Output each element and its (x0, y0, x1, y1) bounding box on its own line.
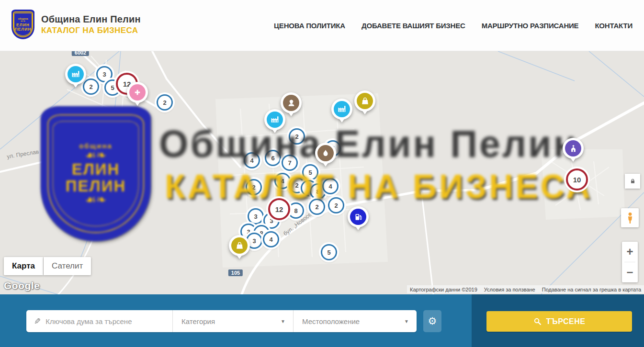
attribution-report-link[interactable]: Подаване на сигнал за грешка в картата (542, 287, 641, 292)
street-view-pegman[interactable] (621, 208, 639, 227)
category-select-value: Категория (181, 317, 215, 325)
search-button-label: ТЪРСЕНЕ (546, 317, 586, 326)
cluster-marker[interactable]: 5 (302, 164, 318, 180)
location-select-value: Местоположение (302, 317, 360, 325)
search-icon (533, 317, 542, 325)
zoom-out-button[interactable]: − (622, 262, 638, 282)
advanced-options-button[interactable]: ⚙ (423, 310, 441, 332)
site-subtitle: КАТАЛОГ НА БИЗНЕСА (41, 26, 141, 35)
cluster-marker[interactable]: 8 (288, 202, 304, 219)
cluster-marker[interactable]: 2 (289, 128, 305, 145)
bag-icon (231, 237, 248, 254)
crest-ornament: ☙❧ (21, 20, 25, 22)
cluster-marker[interactable]: 4 (322, 178, 339, 194)
worker-icon (283, 95, 299, 111)
plus-icon (129, 84, 146, 101)
map-type-map-button[interactable]: Карта (4, 257, 43, 275)
map-type-satellite-button[interactable]: Сателит (44, 257, 91, 275)
nav-item-add-business[interactable]: ДОБАВЕТЕ ВАШИЯТ БИЗНЕС (362, 22, 465, 30)
search-button[interactable]: ТЪРСЕНЕ (486, 311, 632, 332)
nav-item-contacts[interactable]: КОНТАКТИ (595, 22, 633, 30)
map-attribution: Картографски данни ©2019 Условия за полз… (407, 285, 644, 293)
cluster-marker[interactable]: 4 (274, 173, 291, 189)
zoom-in-button[interactable]: + (622, 242, 638, 262)
gear-icon: ⚙ (428, 315, 437, 327)
municipality-crest-icon: община ☙❧ ЕЛИН ПЕЛИН (11, 10, 34, 39)
bag-pin-marker[interactable] (354, 90, 375, 112)
factory-pin-marker[interactable] (331, 99, 352, 120)
bag-icon (357, 93, 373, 109)
site-logo[interactable]: община ☙❧ ЕЛИН ПЕЛИН Община Елин Пелин К… (11, 10, 141, 39)
map-canvas[interactable]: община ☙❧ ЕЛИН ПЕЛИН ☙❧ Община Елин Пели… (0, 51, 644, 294)
search-bar: ✎ Категория ▼ Местоположение ▼ ⚙ ТЪРСЕНЕ (0, 294, 644, 347)
cluster-marker[interactable]: 2 (309, 199, 325, 215)
pencil-icon: ✎ (34, 316, 41, 326)
factory-icon (334, 101, 350, 117)
cluster-marker[interactable]: 4 (263, 231, 279, 247)
cluster-marker[interactable]: 5 (321, 244, 337, 260)
header: община ☙❧ ЕЛИН ПЕЛИН Община Елин Пелин К… (0, 0, 644, 51)
bag-pin-marker[interactable] (229, 235, 250, 256)
factory-pin-marker[interactable] (264, 109, 285, 130)
location-select[interactable]: Местоположение ▼ (293, 310, 417, 332)
main-nav: ЦЕНОВА ПОЛИТИКА ДОБАВЕТЕ ВАШИЯТ БИЗНЕС М… (274, 0, 633, 51)
crest-name-2: ПЕЛИН (15, 27, 32, 32)
map-type-control: Карта Сателит (4, 257, 91, 275)
cluster-marker[interactable]: 12 (268, 198, 290, 220)
cluster-marker[interactable]: 2 (157, 94, 173, 111)
cluster-marker[interactable]: 10 (566, 168, 588, 190)
attribution-copyright: Картографски данни ©2019 (410, 287, 477, 292)
road-shield-label: 6002 (72, 51, 89, 56)
nav-item-pricing[interactable]: ЦЕНОВА ПОЛИТИКА (274, 22, 345, 30)
crest-name-1: ЕЛИН (16, 23, 30, 27)
factory-icon (68, 66, 84, 82)
attribution-terms-link[interactable]: Условия за ползване (484, 287, 535, 292)
church-pin-marker[interactable] (563, 138, 584, 159)
category-select[interactable]: Категория ▼ (172, 310, 293, 332)
factory-icon (267, 112, 283, 128)
search-form: ✎ Категория ▼ Местоположение ▼ (26, 310, 417, 332)
zoom-control: + − (622, 242, 638, 282)
fuel-pin-marker[interactable] (348, 206, 369, 227)
cluster-marker[interactable]: 3 (248, 208, 264, 224)
flame-pin-marker[interactable] (315, 143, 336, 164)
pegman-icon (624, 211, 636, 225)
keyword-search-input[interactable] (45, 317, 172, 325)
nav-item-route-schedule[interactable]: МАРШРУТНО РАЗПИСАНИЕ (482, 22, 579, 30)
cluster-marker[interactable]: 2 (246, 179, 262, 195)
lock-button[interactable] (625, 174, 640, 189)
factory-pin-marker[interactable] (65, 64, 86, 85)
cluster-marker[interactable]: 4 (244, 152, 260, 168)
fuel-icon (350, 209, 366, 225)
google-logo[interactable]: Google (4, 280, 40, 291)
road-shield-label: 105 (228, 269, 243, 276)
cluster-marker[interactable]: 7 (282, 155, 298, 171)
church-icon (565, 140, 581, 157)
keyword-section: ✎ (26, 310, 172, 332)
lock-icon (630, 178, 636, 184)
crest-top-text: община (18, 17, 28, 20)
cluster-marker[interactable]: 6 (265, 150, 281, 166)
plus-pin-marker[interactable] (127, 82, 148, 103)
cluster-marker[interactable]: 2 (328, 197, 344, 213)
chevron-down-icon: ▼ (404, 319, 409, 324)
flame-icon (317, 145, 334, 161)
site-title: Община Елин Пелин (41, 14, 141, 25)
chevron-down-icon: ▼ (281, 319, 285, 324)
